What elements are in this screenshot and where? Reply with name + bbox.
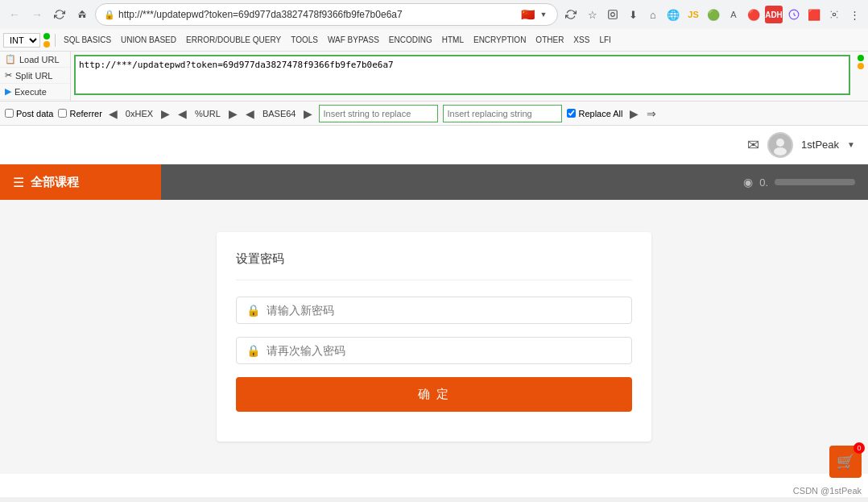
confirm-password-input[interactable] [267,344,622,357]
username-label[interactable]: 1stPeak [801,139,839,151]
load-url-button[interactable]: 📋 Load URL [0,52,70,68]
csdn-cart-badge[interactable]: 🛒 0 [829,446,862,478]
user-bar: ✉ 1stPeak ▼ [0,126,868,164]
course-header: ☰ 全部课程 ◉ 0. [0,164,868,200]
js-button[interactable]: JS [684,6,702,23]
split-url-button[interactable]: ✂ Split URL [0,68,70,84]
submit-button[interactable]: 确 定 [236,377,632,412]
extension4-button[interactable] [785,6,803,23]
referrer-label: Referrer [69,109,101,118]
url-textarea[interactable]: http://***/updatepwd?token=69d977da38274… [74,55,850,95]
main-content: ✉ 1stPeak ▼ ☰ 全部课程 ◉ 0. 设置密码 [0,126,868,497]
confirm-password-field-container: 🔒 [236,337,632,364]
url-sidebar: 📋 Load URL ✂ Split URL ▶ Execute [0,52,71,101]
oxhex-label: 0xHEX [124,109,155,118]
xss-menu[interactable]: XSS [570,35,593,45]
encoding-menu[interactable]: ENCODING [386,35,436,45]
post-data-label: Post data [16,109,53,118]
course-title-block: ☰ 全部课程 [0,164,161,200]
insert-string-input[interactable] [319,105,438,122]
svg-point-1 [611,13,615,17]
address-input[interactable] [118,9,518,20]
progress-label: 0. [759,176,768,189]
arrow-right-3[interactable]: ▶ [302,107,314,120]
dropdown-flag-button[interactable]: ▼ [538,9,549,20]
reload-button[interactable] [561,5,581,24]
home2-button[interactable]: ⌂ [644,6,662,23]
extension2-button[interactable]: 🔴 [745,6,763,23]
encryption-menu[interactable]: ENCRYPTION [470,35,529,45]
arrow-right-2[interactable]: ▶ [227,107,239,120]
course-title-text: 全部课程 [31,175,79,190]
execute-button[interactable]: ▶ Execute [0,84,70,100]
translate-button[interactable]: A [725,6,742,23]
browser-toolbar: ☆ ⬇ ⌂ 🌐 JS 🟢 A 🔴 ADH 🟥 ⋮ [584,6,863,23]
course-menu-icon[interactable]: ☰ [13,175,24,190]
svg-point-6 [774,147,787,156]
forward-button[interactable]: → [27,5,47,24]
extension3-button[interactable]: ADH [765,6,783,23]
base64-label: BASE64 [261,109,298,118]
waf-bypass-menu[interactable]: WAF BYPASS [324,35,382,45]
referrer-checkbox[interactable] [58,109,67,118]
extension1-button[interactable]: 🟢 [705,6,722,23]
lock-icon-2: 🔒 [246,344,260,357]
course-right: ◉ 0. [161,176,868,189]
insert-replacing-input[interactable] [443,105,562,122]
arrow-left-3[interactable]: ◀ [244,107,256,120]
password-field-container: 🔒 [236,297,632,324]
lock-icon-1: 🔒 [246,304,260,317]
menu-button[interactable]: ⋮ [845,6,863,23]
int-select[interactable]: INT [3,33,40,48]
sql-basics-menu[interactable]: SQL BASICS [60,35,114,45]
form-title: 设置密码 [236,251,632,280]
execute-icon: ▶ [5,86,11,97]
svg-point-3 [833,13,836,16]
form-card: 设置密码 🔒 🔒 确 定 [217,232,651,442]
url-orange-dot [858,63,864,69]
bookmark-star-button[interactable]: ☆ [584,6,601,23]
html-menu[interactable]: HTML [439,35,467,45]
security-icon: 🔒 [104,10,115,20]
vpn-button[interactable]: 🌐 [664,6,682,23]
arrow-right-1[interactable]: ▶ [159,107,172,120]
new-password-input[interactable] [267,304,622,317]
hakrawler-toolbar: INT SQL BASICS UNION BASED ERROR/DOUBLE … [0,29,868,52]
referrer-option: Referrer [58,109,101,118]
split-url-label: Split URL [15,71,52,81]
orange-dot [43,41,50,48]
load-url-label: Load URL [19,55,60,64]
tools-menu[interactable]: TOOLS [287,35,321,45]
post-data-option: Post data [5,109,53,118]
replace-all-option: Replace All [567,109,622,118]
arrow-right-5[interactable]: ⇒ [645,107,658,120]
union-based-menu[interactable]: UNION BASED [118,35,180,45]
home-button[interactable] [72,5,92,24]
extension6-button[interactable] [825,6,843,23]
arrow-left-2[interactable]: ◀ [176,107,188,120]
arrow-right-4[interactable]: ▶ [628,107,640,120]
load-url-icon: 📋 [5,54,16,64]
back-button[interactable]: ← [5,5,24,24]
svg-point-5 [776,139,784,147]
separator [55,34,56,47]
url-input-area: http://***/updatepwd?token=69d977da38274… [71,52,854,101]
other-menu[interactable]: OTHER [532,35,567,45]
error-double-query-menu[interactable]: ERROR/DOUBLE QUERY [183,35,284,45]
arrow-left-1[interactable]: ◀ [107,107,119,120]
address-bar-container: 🔒 🇨🇳 ▼ [95,3,558,26]
refresh-button[interactable] [50,5,69,24]
download-button[interactable]: ⬇ [624,6,642,23]
user-dropdown-icon[interactable]: ▼ [847,140,855,149]
flag-icon: 🇨🇳 [521,8,535,21]
url-area: 📋 Load URL ✂ Split URL ▶ Execute http://… [0,52,868,102]
progress-bar-container [775,179,855,185]
mail-icon[interactable]: ✉ [747,136,759,154]
screenshot-button[interactable] [604,6,622,23]
green-dot [43,33,50,39]
lfi-menu[interactable]: LFI [596,35,614,45]
post-data-checkbox[interactable] [5,109,14,118]
extension5-button[interactable]: 🟥 [805,6,823,23]
replace-all-checkbox[interactable] [567,109,576,118]
browser-nav-bar: ← → 🔒 🇨🇳 ▼ ☆ ⬇ ⌂ 🌐 JS 🟢 A 🔴 ADH [0,0,868,29]
